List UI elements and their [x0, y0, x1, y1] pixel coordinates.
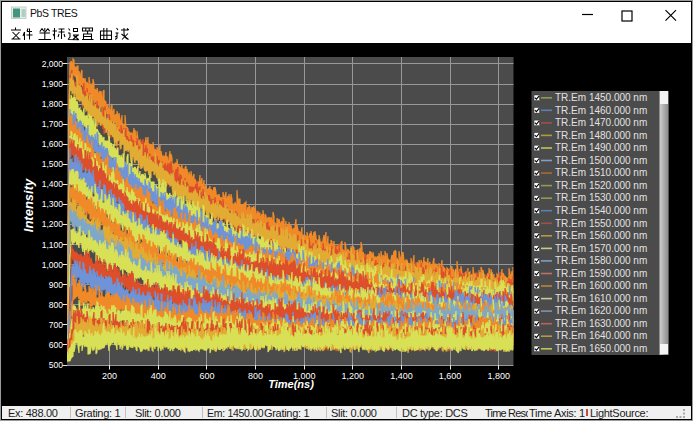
- svg-text:TR.Em 1600.000 nm: TR.Em 1600.000 nm: [555, 280, 647, 291]
- svg-text:900: 900: [49, 280, 63, 290]
- svg-text:700: 700: [49, 320, 63, 330]
- svg-text:TR.Em 1530.000 nm: TR.Em 1530.000 nm: [555, 192, 647, 203]
- svg-text:2,000: 2,000: [42, 59, 64, 69]
- svg-text:TR.Em 1570.000 nm: TR.Em 1570.000 nm: [555, 243, 647, 254]
- svg-text:TR.Em 1520.000 nm: TR.Em 1520.000 nm: [555, 180, 647, 191]
- svg-text:TR.Em 1560.000 nm: TR.Em 1560.000 nm: [555, 230, 647, 241]
- svg-text:1,400: 1,400: [42, 179, 64, 189]
- svg-text:TR.Em 1480.000 nm: TR.Em 1480.000 nm: [555, 130, 647, 141]
- svg-text:TR.Em 1640.000 nm: TR.Em 1640.000 nm: [555, 330, 647, 341]
- svg-text:1,700: 1,700: [42, 119, 64, 129]
- svg-text:1,900: 1,900: [42, 79, 64, 89]
- svg-text:1,200: 1,200: [342, 371, 365, 381]
- svg-text:TR.Em 1620.000 nm: TR.Em 1620.000 nm: [555, 305, 647, 316]
- svg-text:1,600: 1,600: [439, 371, 462, 381]
- svg-text:200: 200: [102, 371, 117, 381]
- svg-text:TR.Em 1470.000 nm: TR.Em 1470.000 nm: [555, 117, 647, 128]
- svg-text:TR.Em 1460.000 nm: TR.Em 1460.000 nm: [555, 105, 647, 116]
- svg-text:TR.Em 1630.000 nm: TR.Em 1630.000 nm: [555, 318, 647, 329]
- svg-text:1,300: 1,300: [42, 199, 64, 209]
- svg-text:1,800: 1,800: [487, 371, 510, 381]
- svg-text:600: 600: [199, 371, 214, 381]
- svg-text:TR.Em 1490.000 nm: TR.Em 1490.000 nm: [555, 142, 647, 153]
- svg-text:1,400: 1,400: [390, 371, 413, 381]
- svg-text:Time(ns): Time(ns): [268, 378, 314, 390]
- svg-text:TR.Em 1550.000 nm: TR.Em 1550.000 nm: [555, 218, 647, 229]
- svg-text:800: 800: [49, 300, 63, 310]
- svg-text:TR.Em 1590.000 nm: TR.Em 1590.000 nm: [555, 268, 647, 279]
- svg-text:1,500: 1,500: [42, 159, 64, 169]
- svg-text:TR.Em 1610.000 nm: TR.Em 1610.000 nm: [555, 293, 647, 304]
- svg-text:800: 800: [248, 371, 263, 381]
- svg-text:600: 600: [49, 340, 63, 350]
- svg-text:1,800: 1,800: [42, 99, 64, 109]
- svg-text:1,200: 1,200: [42, 219, 64, 229]
- svg-text:TR.Em 1580.000 nm: TR.Em 1580.000 nm: [555, 255, 647, 266]
- svg-text:1,100: 1,100: [42, 240, 64, 250]
- svg-text:TR.Em 1650.000 nm: TR.Em 1650.000 nm: [555, 343, 647, 354]
- svg-text:400: 400: [151, 371, 166, 381]
- svg-text:TR.Em 1450.000 nm: TR.Em 1450.000 nm: [555, 92, 647, 103]
- svg-text:1,000: 1,000: [42, 260, 64, 270]
- svg-text:TR.Em 1510.000 nm: TR.Em 1510.000 nm: [555, 167, 647, 178]
- svg-text:TR.Em 1540.000 nm: TR.Em 1540.000 nm: [555, 205, 647, 216]
- svg-text:500: 500: [49, 360, 63, 370]
- svg-text:TR.Em 1500.000 nm: TR.Em 1500.000 nm: [555, 155, 647, 166]
- svg-text:1,600: 1,600: [42, 139, 64, 149]
- svg-text:Intensity: Intensity: [21, 178, 36, 232]
